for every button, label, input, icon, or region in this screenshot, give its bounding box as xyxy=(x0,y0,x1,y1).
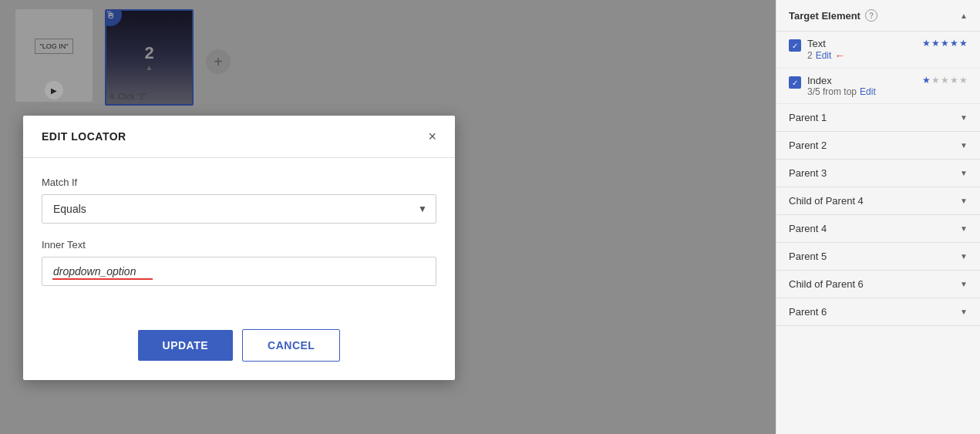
collapsible-parent6[interactable]: Parent 6 ▼ xyxy=(776,298,980,326)
collapsible-parent1[interactable]: Parent 1 ▼ xyxy=(776,104,980,132)
child-parent4-chevron: ▼ xyxy=(960,197,968,205)
target-element-header: Target Element ? ▲ xyxy=(776,0,980,32)
collapsible-child-parent4[interactable]: Child of Parent 4 ▼ xyxy=(776,187,980,215)
match-if-group: Match If Equals Contains Starts With End… xyxy=(42,177,436,224)
main-layout: "LOG IN" ▶ 🖱 2 ▲ 4. Click "2" + xyxy=(0,0,980,434)
star-1: ★ xyxy=(922,38,931,49)
parent4-chevron: ▼ xyxy=(960,224,968,233)
child-parent4-label: Child of Parent 4 xyxy=(789,195,864,207)
right-sidebar: Target Element ? ▲ ✓ Text 2 Edit ← xyxy=(776,0,980,434)
update-button[interactable]: UPDATE xyxy=(138,330,234,361)
match-if-label: Match If xyxy=(42,177,436,188)
collapsible-parent2[interactable]: Parent 2 ▼ xyxy=(776,132,980,160)
index-value: 3/5 from top xyxy=(807,86,857,97)
collapsible-parent4[interactable]: Parent 4 ▼ xyxy=(776,215,980,243)
inner-text-input-wrapper xyxy=(42,257,436,286)
text-value: 2 xyxy=(807,50,813,61)
parent1-label: Parent 1 xyxy=(789,112,827,123)
modal-overlay: EDIT LOCATOR × Match If Equals Contains … xyxy=(0,0,776,434)
index-item-name: Index xyxy=(807,75,916,86)
text-item-name: Text xyxy=(807,38,916,49)
index-star-3: ★ xyxy=(941,75,949,86)
help-icon[interactable]: ? xyxy=(865,9,877,22)
edit-locator-modal: EDIT LOCATOR × Match If Equals Contains … xyxy=(23,116,455,380)
star-2: ★ xyxy=(931,38,940,49)
match-if-select[interactable]: Equals Contains Starts With Ends With xyxy=(42,194,436,224)
index-stars: ★ ★ ★ ★ ★ xyxy=(922,75,968,86)
child-parent6-label: Child of Parent 6 xyxy=(789,278,864,290)
star-3: ★ xyxy=(941,38,949,49)
parent3-label: Parent 3 xyxy=(789,167,827,179)
index-item-content: Index 3/5 from top Edit xyxy=(807,75,916,97)
collapsible-child-parent6[interactable]: Child of Parent 6 ▼ xyxy=(776,271,980,298)
target-element-title: Target Element ? xyxy=(789,9,877,22)
inner-text-group: Inner Text xyxy=(42,239,436,286)
match-if-select-wrapper: Equals Contains Starts With Ends With ▼ xyxy=(42,194,436,224)
index-star-1: ★ xyxy=(922,75,931,86)
inner-text-input[interactable] xyxy=(42,257,436,286)
modal-close-button[interactable]: × xyxy=(428,130,436,143)
parent1-chevron: ▼ xyxy=(960,113,968,122)
text-item-content: Text 2 Edit ← xyxy=(807,38,916,62)
index-star-2: ★ xyxy=(931,75,940,86)
modal-header: EDIT LOCATOR × xyxy=(23,116,455,158)
target-element-label: Target Element xyxy=(789,10,860,22)
index-star-4: ★ xyxy=(950,75,958,86)
child-parent6-chevron: ▼ xyxy=(960,280,968,288)
cancel-button[interactable]: CANCEL xyxy=(242,329,340,362)
red-arrow-icon: ← xyxy=(834,49,845,62)
modal-footer: UPDATE CANCEL xyxy=(23,317,455,380)
parent6-chevron: ▼ xyxy=(960,308,968,316)
text-item-value: 2 Edit ← xyxy=(807,49,916,62)
arrow-indicator: ← xyxy=(834,49,845,62)
parent4-label: Parent 4 xyxy=(789,223,827,234)
star-4: ★ xyxy=(950,38,958,49)
inner-text-label: Inner Text xyxy=(42,239,436,251)
target-item-text: ✓ Text 2 Edit ← ★ ★ ★ ★ ★ xyxy=(776,32,980,69)
collapsible-parent5[interactable]: Parent 5 ▼ xyxy=(776,243,980,271)
parent2-chevron: ▼ xyxy=(960,141,968,150)
text-stars: ★ ★ ★ ★ ★ xyxy=(922,38,968,49)
parent5-chevron: ▼ xyxy=(960,252,968,261)
index-edit-link[interactable]: Edit xyxy=(860,86,876,97)
parent2-label: Parent 2 xyxy=(789,140,827,151)
target-item-index: ✓ Index 3/5 from top Edit ★ ★ ★ ★ ★ xyxy=(776,69,980,104)
parent5-label: Parent 5 xyxy=(789,251,827,262)
collapsible-parent3[interactable]: Parent 3 ▼ xyxy=(776,160,980,187)
index-checkbox[interactable]: ✓ xyxy=(789,76,801,89)
modal-body: Match If Equals Contains Starts With End… xyxy=(23,158,455,317)
index-star-5: ★ xyxy=(959,75,968,86)
index-item-value: 3/5 from top Edit xyxy=(807,86,916,97)
parent3-chevron: ▼ xyxy=(960,169,968,177)
modal-title: EDIT LOCATOR xyxy=(42,130,126,143)
text-checkbox[interactable]: ✓ xyxy=(789,39,801,52)
text-edit-link[interactable]: Edit xyxy=(816,50,832,61)
star-5: ★ xyxy=(959,38,968,49)
parent6-label: Parent 6 xyxy=(789,306,827,318)
collapse-button[interactable]: ▲ xyxy=(960,12,968,20)
